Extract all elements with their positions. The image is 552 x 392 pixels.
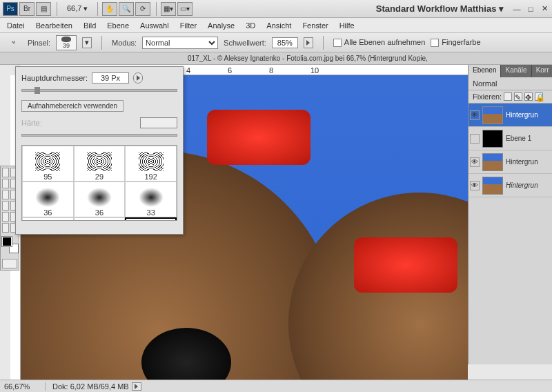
menu-hilfe[interactable]: Hilfe xyxy=(339,21,355,30)
threshold-label: Schwellwert: xyxy=(224,39,266,47)
layer-thumbnail[interactable] xyxy=(482,130,503,148)
brush-preset[interactable]: 95 xyxy=(22,146,74,182)
brush-preset-panel: Hauptdurchmesser: 39 Px Aufnahmebereich … xyxy=(15,66,184,235)
brush-preset[interactable]: 33 xyxy=(125,182,177,217)
hand-icon[interactable]: ✋ xyxy=(102,2,117,16)
visibility-icon[interactable] xyxy=(470,134,480,144)
brush-preset-grid: 9529192363633636639 xyxy=(21,145,177,221)
tool-indicator-icon: ༄ xyxy=(6,36,21,50)
lock-transparency-icon[interactable] xyxy=(504,92,512,101)
layer-name: Hintergrun xyxy=(506,158,538,166)
layer-thumbnail[interactable] xyxy=(482,106,503,124)
lock-all-icon[interactable]: 🔒 xyxy=(535,92,543,101)
layer-name: Hintergrun xyxy=(506,182,538,189)
lock-position-icon[interactable]: ✥ xyxy=(524,92,533,101)
layer-thumbnail[interactable] xyxy=(482,153,503,171)
tool[interactable] xyxy=(2,190,9,199)
quickmask-toggle[interactable] xyxy=(2,259,17,268)
zoom-indicator[interactable]: 66,7 ▾ xyxy=(61,4,93,13)
ps-logo: Ps xyxy=(3,2,18,16)
menu-analyse[interactable]: Analyse xyxy=(208,21,235,30)
screen-mode-icon[interactable]: ▭▾ xyxy=(177,2,193,16)
brush-dropdown-icon[interactable]: ▾ xyxy=(82,37,92,48)
status-doc-size[interactable]: Dok: 6,02 MB/69,4 MB xyxy=(46,382,129,391)
menu-3d[interactable]: 3D xyxy=(246,21,255,30)
tool[interactable] xyxy=(2,179,9,188)
brush-preset[interactable]: 36 xyxy=(22,182,74,217)
layer-row[interactable]: 👁Hintergrun xyxy=(469,174,552,197)
workspace-switcher[interactable]: Standard Workflow Matthias ▾ xyxy=(376,3,504,14)
brush-preset[interactable]: 192 xyxy=(125,146,177,182)
title-bar: Ps Br ▤ 66,7 ▾ ✋ 🔍 ⟳ ▦▾ ▭▾ Standard Work… xyxy=(0,0,552,18)
layers-panel: Ebenen Kanäle Korr Normal Fixieren: ✎ ✥ … xyxy=(468,65,552,364)
all-layers-checkbox[interactable]: Alle Ebenen aufnehmen xyxy=(333,38,425,47)
layer-name: Ebene 1 xyxy=(506,135,531,142)
layer-thumbnail[interactable] xyxy=(482,177,503,195)
tab-kanaele[interactable]: Kanäle xyxy=(501,65,531,77)
threshold-value[interactable]: 85% xyxy=(272,37,298,48)
brush-preset[interactable]: 36 xyxy=(74,182,126,217)
brush-preset[interactable]: 63 xyxy=(22,217,74,221)
hardness-label: Härte: xyxy=(21,119,42,127)
tool[interactable] xyxy=(2,168,9,177)
menu-datei[interactable]: Datei xyxy=(7,21,25,30)
use-sample-button[interactable]: Aufnahmebereich verwenden xyxy=(21,100,124,112)
menu-ansicht[interactable]: Ansicht xyxy=(266,21,291,30)
visibility-icon[interactable]: 👁 xyxy=(470,157,480,167)
diameter-play-icon[interactable] xyxy=(133,72,143,84)
canvas-image xyxy=(354,237,457,293)
brush-preset[interactable]: 29 xyxy=(74,146,126,182)
blend-mode-select[interactable]: Normal xyxy=(142,37,218,49)
menu-bearbeiten[interactable]: Bearbeiten xyxy=(36,21,72,30)
tab-korr[interactable]: Korr xyxy=(532,65,552,77)
finger-checkbox[interactable]: Fingerfarbe xyxy=(431,38,480,47)
menu-bar: Datei Bearbeiten Bild Ebene Auswahl Filt… xyxy=(0,18,552,33)
layer-row[interactable]: Ebene 1 xyxy=(469,127,552,150)
brush-preset[interactable]: 39 xyxy=(125,217,177,221)
status-zoom[interactable]: 66,67% xyxy=(4,382,46,391)
brush-preset[interactable]: 66 xyxy=(74,217,126,221)
document-tab[interactable]: 017_XL - © Aleksey Ignatenko - Fotolia.c… xyxy=(0,52,552,65)
layer-blend-mode[interactable]: Normal xyxy=(469,77,552,90)
layer-lock-row: Fixieren: ✎ ✥ 🔒 xyxy=(469,90,552,104)
tool[interactable] xyxy=(2,223,9,233)
hardness-slider xyxy=(21,134,177,137)
layer-row[interactable]: 👁Hintergrun xyxy=(469,104,552,127)
close-button[interactable]: ✕ xyxy=(540,4,549,14)
brush-label: Pinsel: xyxy=(28,39,50,47)
canvas-image xyxy=(207,110,310,165)
layer-row[interactable]: 👁Hintergrun xyxy=(469,150,552,174)
tool[interactable] xyxy=(2,212,9,222)
options-bar: ༄ Pinsel: 39 ▾ Modus: Normal Schwellwert… xyxy=(0,33,552,52)
bridge-icon[interactable]: Br xyxy=(19,2,34,16)
menu-bild[interactable]: Bild xyxy=(83,21,96,30)
lock-pixels-icon[interactable]: ✎ xyxy=(514,92,522,101)
minimize-button[interactable]: — xyxy=(512,4,522,14)
diameter-input[interactable]: 39 Px xyxy=(92,72,129,84)
diameter-slider[interactable] xyxy=(21,89,177,92)
maximize-button[interactable]: □ xyxy=(526,4,535,14)
tab-ebenen[interactable]: Ebenen xyxy=(469,65,501,77)
film-icon[interactable]: ▤ xyxy=(36,2,51,16)
diameter-label: Hauptdurchmesser: xyxy=(21,74,88,82)
zoom-icon[interactable]: 🔍 xyxy=(119,2,134,16)
arrange-icon[interactable]: ▦▾ xyxy=(161,2,176,16)
tool[interactable] xyxy=(2,201,9,210)
visibility-icon[interactable]: 👁 xyxy=(470,181,480,190)
menu-filter[interactable]: Filter xyxy=(180,21,197,30)
visibility-icon[interactable]: 👁 xyxy=(470,110,480,120)
menu-auswahl[interactable]: Auswahl xyxy=(140,21,169,30)
status-bar: 66,67% Dok: 6,02 MB/69,4 MB xyxy=(0,380,552,392)
rotate-icon[interactable]: ⟳ xyxy=(135,2,150,16)
menu-fenster[interactable]: Fenster xyxy=(302,21,328,30)
hardness-input xyxy=(140,117,177,128)
layer-name: Hintergrun xyxy=(506,111,538,119)
menu-ebene[interactable]: Ebene xyxy=(107,21,129,30)
threshold-arrow-icon[interactable] xyxy=(304,37,313,48)
status-arrow-icon[interactable] xyxy=(132,382,141,391)
fg-bg-swatch[interactable] xyxy=(2,237,19,253)
mode-label: Modus: xyxy=(112,39,137,47)
brush-preset-picker[interactable]: 39 xyxy=(56,35,77,50)
